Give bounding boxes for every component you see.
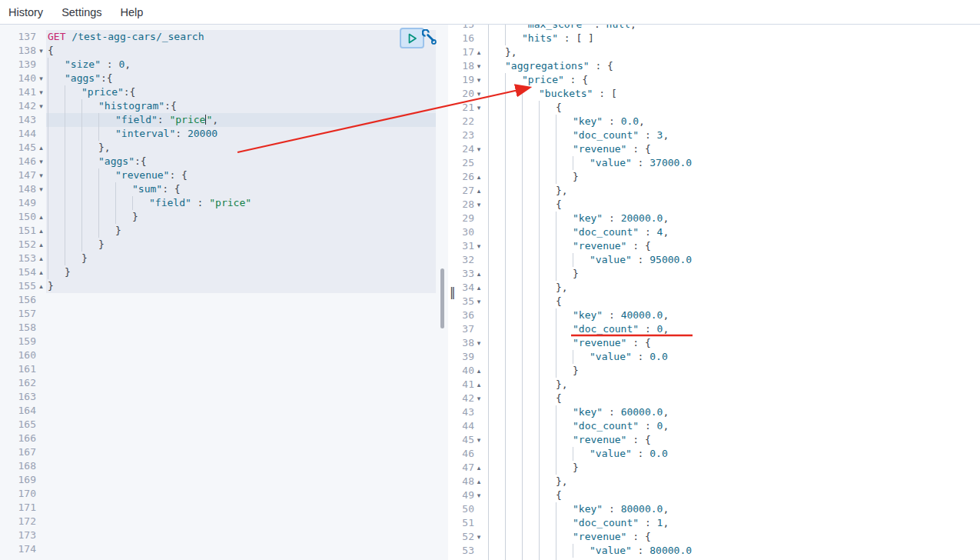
fold-collapse-icon[interactable]: ▾	[474, 530, 483, 544]
code-text: "value" : 0.0	[483, 350, 980, 364]
indent-guide	[522, 378, 539, 392]
fold-expand-icon[interactable]: ▴	[36, 252, 46, 265]
gutter: 143	[0, 113, 46, 127]
indent-guide	[522, 281, 539, 295]
menu-item-history[interactable]: History	[8, 6, 43, 18]
indent-guide	[65, 113, 81, 127]
line-number: 33	[461, 267, 474, 281]
fold-collapse-icon[interactable]: ▾	[474, 295, 483, 308]
indent-guide	[81, 182, 98, 196]
fold-collapse-icon[interactable]: ▾	[36, 182, 46, 196]
code-text: }	[483, 267, 980, 281]
request-editor[interactable]: 137GET /test-agg-cars/_search138▾{139"si…	[0, 25, 448, 560]
fold-collapse-icon[interactable]: ▾	[36, 99, 46, 113]
line-number: 167	[0, 445, 36, 459]
code-line-137: 137GET /test-agg-cars/_search	[0, 30, 448, 44]
fold-collapse-icon[interactable]: ▾	[36, 72, 46, 85]
indent-guide	[539, 115, 556, 128]
code-line-47: 47▴}	[461, 461, 980, 475]
code-line-39: 39"value" : 0.0	[461, 350, 980, 364]
fold-expand-icon[interactable]: ▴	[474, 281, 483, 295]
line-number: 28	[461, 198, 474, 212]
menu-item-settings[interactable]: Settings	[61, 6, 101, 18]
fold-expand-icon[interactable]: ▴	[474, 184, 483, 198]
request-editor-scrollbar-thumb[interactable]	[440, 268, 444, 328]
indent-guide	[522, 447, 539, 461]
code-text: }	[46, 279, 436, 293]
indent-guide	[488, 156, 505, 170]
fold-spacer	[36, 335, 46, 348]
indent-guide	[539, 322, 556, 336]
gutter: 30	[461, 225, 483, 239]
gutter: 149	[0, 196, 46, 210]
indent-guide	[522, 392, 539, 405]
indent-guide	[505, 225, 522, 239]
send-request-button[interactable]	[400, 28, 424, 48]
fold-collapse-icon[interactable]: ▾	[474, 87, 483, 101]
code-line-42: 42▾{	[461, 392, 980, 405]
fold-collapse-icon[interactable]: ▾	[36, 85, 46, 99]
fold-collapse-icon[interactable]: ▾	[474, 198, 483, 212]
indent-guide	[65, 182, 81, 196]
fold-expand-icon[interactable]: ▴	[474, 461, 483, 475]
indent-guide	[48, 99, 65, 113]
indent-guide	[539, 295, 556, 308]
fold-expand-icon[interactable]: ▴	[474, 170, 483, 184]
fold-collapse-icon[interactable]: ▾	[474, 239, 483, 253]
fold-collapse-icon[interactable]: ▾	[474, 336, 483, 350]
fold-expand-icon[interactable]: ▴	[474, 364, 483, 378]
indent-guide	[48, 168, 65, 182]
play-icon	[405, 32, 419, 45]
fold-expand-icon[interactable]: ▴	[474, 45, 483, 59]
fold-expand-icon[interactable]: ▴	[36, 279, 46, 293]
indent-guide	[522, 87, 539, 101]
fold-expand-icon[interactable]: ▴	[474, 475, 483, 488]
line-number: 149	[0, 196, 36, 210]
fold-expand-icon[interactable]: ▴	[36, 224, 46, 238]
gutter: 138▾	[0, 44, 46, 58]
indent-guide	[573, 447, 590, 461]
indent-guide	[505, 156, 522, 170]
line-number: 35	[461, 295, 474, 308]
indent-guide	[48, 141, 65, 155]
line-number: 53	[461, 544, 474, 558]
request-options-button[interactable]	[422, 29, 437, 46]
menu-item-help[interactable]: Help	[121, 6, 144, 18]
fold-spacer	[474, 322, 483, 336]
fold-collapse-icon[interactable]: ▾	[474, 142, 483, 156]
fold-expand-icon[interactable]: ▴	[36, 141, 46, 155]
indent-guide	[505, 87, 522, 101]
fold-collapse-icon[interactable]: ▾	[474, 392, 483, 405]
line-number: 44	[461, 419, 474, 433]
fold-collapse-icon[interactable]: ▾	[474, 59, 483, 73]
code-text	[46, 459, 436, 473]
fold-collapse-icon[interactable]: ▾	[474, 73, 483, 87]
code-line-38: 38▾"revenue" : {	[461, 336, 980, 350]
line-number: 19	[461, 73, 474, 87]
fold-expand-icon[interactable]: ▴	[36, 238, 46, 252]
fold-collapse-icon[interactable]: ▾	[474, 488, 483, 502]
gutter: 17▴	[461, 45, 483, 59]
fold-expand-icon[interactable]: ▴	[36, 265, 46, 279]
fold-collapse-icon[interactable]: ▾	[36, 44, 46, 58]
indent-guide	[48, 196, 65, 210]
code-line-28: 28▾{	[461, 198, 980, 212]
response-editor[interactable]: 15"max_score" : null,16"hits" : [ ]17▴},…	[461, 25, 980, 560]
gutter: 172	[0, 515, 46, 528]
fold-expand-icon[interactable]: ▴	[474, 267, 483, 281]
fold-collapse-icon[interactable]: ▾	[36, 155, 46, 168]
code-line-162: 162	[0, 376, 448, 390]
fold-collapse-icon[interactable]: ▾	[474, 101, 483, 115]
fold-expand-icon[interactable]: ▴	[36, 210, 46, 224]
divider-drag-handle-icon[interactable]: ‖	[450, 285, 456, 299]
indent-guide	[539, 308, 556, 322]
fold-collapse-icon[interactable]: ▾	[474, 433, 483, 447]
fold-spacer	[36, 58, 46, 72]
fold-expand-icon[interactable]: ▴	[474, 378, 483, 392]
line-number: 173	[0, 528, 36, 542]
indent-guide	[505, 212, 522, 225]
indent-guide	[81, 238, 98, 252]
fold-collapse-icon[interactable]: ▾	[36, 168, 46, 182]
line-number: 25	[461, 156, 474, 170]
line-number: 161	[0, 362, 36, 376]
